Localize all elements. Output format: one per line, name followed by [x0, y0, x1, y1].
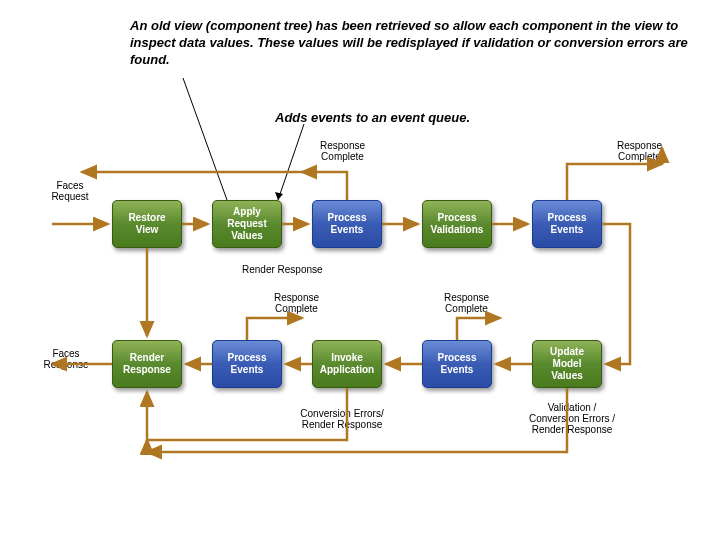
label-response-complete-2: Response Complete: [617, 140, 662, 162]
box-apply-request-values: Apply Request Values: [212, 200, 282, 248]
box-invoke-application: Invoke Application: [312, 340, 382, 388]
box-update-model-values: Update Model Values: [532, 340, 602, 388]
lifecycle-diagram: Faces Request Faces Response Restore Vie…: [52, 140, 692, 480]
box-label: Invoke Application: [320, 352, 374, 376]
caption-main: An old view (component tree) has been re…: [130, 18, 690, 69]
label-response-complete-3: Response Complete: [274, 292, 319, 314]
box-process-events-3: Process Events: [422, 340, 492, 388]
box-label: Process Events: [228, 352, 267, 376]
label-response-complete-4: Response Complete: [444, 292, 489, 314]
label-validation-errors: Validation / Conversion Errors / Render …: [512, 402, 632, 435]
label-render-response: Render Response: [242, 264, 323, 275]
box-render-response: Render Response: [112, 340, 182, 388]
box-process-events-1: Process Events: [312, 200, 382, 248]
box-label: Process Events: [548, 212, 587, 236]
box-label: Restore View: [128, 212, 165, 236]
box-label: Process Events: [438, 352, 477, 376]
box-restore-view: Restore View: [112, 200, 182, 248]
box-process-events-4: Process Events: [212, 340, 282, 388]
box-label: Apply Request Values: [227, 206, 266, 242]
box-label: Render Response: [123, 352, 171, 376]
label-conversion-errors: Conversion Errors/ Render Response: [282, 408, 402, 430]
box-label: Update Model Values: [550, 346, 584, 382]
faces-response-label: Faces Response: [42, 348, 90, 370]
box-label: Process Events: [328, 212, 367, 236]
box-process-validations: Process Validations: [422, 200, 492, 248]
faces-request-label: Faces Request: [50, 180, 90, 202]
box-label: Process Validations: [431, 212, 484, 236]
box-process-events-2: Process Events: [532, 200, 602, 248]
label-response-complete-1: Response Complete: [320, 140, 365, 162]
caption-sub: Adds events to an event queue.: [275, 110, 470, 127]
